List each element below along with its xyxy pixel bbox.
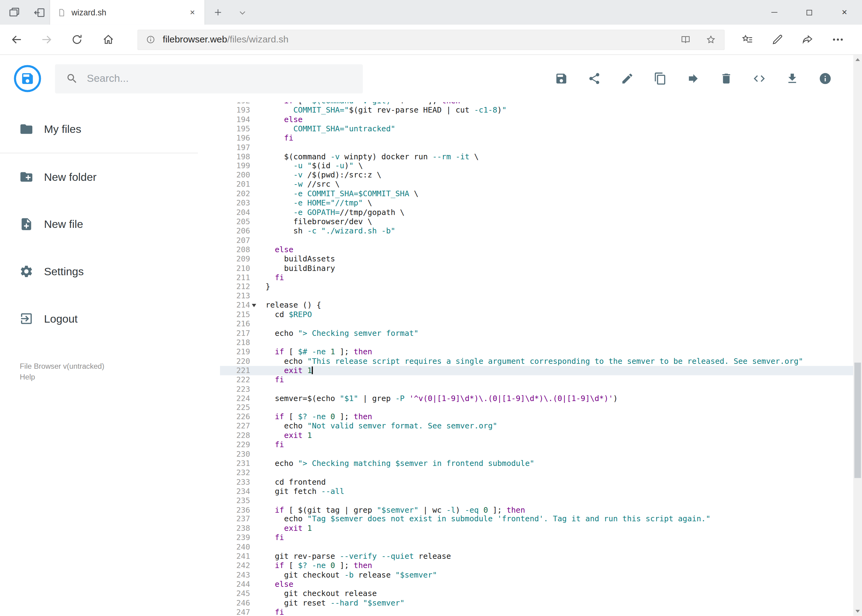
sidebar-item-logout[interactable]: Logout bbox=[0, 295, 220, 342]
code-line[interactable]: 223 bbox=[220, 384, 853, 394]
code-line[interactable]: 215 cd $REPO bbox=[220, 310, 853, 319]
share-icon[interactable] bbox=[588, 72, 601, 85]
code-line[interactable]: 198 $(command -v winpty) docker run --rm… bbox=[220, 152, 853, 161]
help-link[interactable]: Help bbox=[20, 372, 220, 383]
set-aside-tabs-icon[interactable] bbox=[33, 6, 46, 19]
code-line[interactable]: 233 cd frontend bbox=[220, 477, 853, 487]
new-tab-button[interactable] bbox=[208, 0, 227, 25]
code-line[interactable]: 246 git reset --hard "$semver" bbox=[220, 598, 853, 607]
favorite-star-icon[interactable] bbox=[705, 34, 717, 45]
tab-list-chevron-icon[interactable] bbox=[233, 0, 252, 25]
code-line[interactable]: 207 bbox=[220, 236, 853, 245]
code-line[interactable]: 217 echo "> Checking semver format" bbox=[220, 328, 853, 338]
code-line[interactable]: 232 bbox=[220, 468, 853, 477]
code-line[interactable]: 225 bbox=[220, 403, 853, 412]
web-note-pen-icon[interactable] bbox=[771, 33, 784, 46]
scrollbar-thumb[interactable] bbox=[854, 363, 861, 478]
hub-favorites-icon[interactable] bbox=[741, 33, 754, 46]
rename-icon[interactable] bbox=[621, 72, 634, 85]
code-line[interactable]: 214release () { bbox=[220, 301, 853, 310]
site-info-icon[interactable] bbox=[145, 35, 155, 45]
window-close-button[interactable]: ✕ bbox=[827, 0, 862, 25]
code-line[interactable]: 208 else bbox=[220, 245, 853, 254]
code-line[interactable]: 237 echo "Tag $semver does not exist in … bbox=[220, 514, 853, 524]
sidebar-item-settings[interactable]: Settings bbox=[0, 248, 220, 295]
code-line[interactable]: 242 if [ $? -ne 0 ]; then bbox=[220, 561, 853, 570]
code-line[interactable]: 244 else bbox=[220, 580, 853, 589]
code-line[interactable]: 213 bbox=[220, 291, 853, 300]
code-line[interactable]: 224 semver=$(echo "$1" | grep -P '^v(0|[… bbox=[220, 394, 853, 403]
share-page-icon[interactable] bbox=[801, 33, 814, 46]
delete-icon[interactable] bbox=[720, 72, 733, 85]
code-line[interactable]: 245 git checkout release bbox=[220, 589, 853, 598]
code-line[interactable]: 211 fi bbox=[220, 273, 853, 282]
code-line[interactable]: 193 COMMIT_SHA="$(git rev-parse HEAD | c… bbox=[220, 105, 853, 115]
sidebar-item-new-file[interactable]: New file bbox=[0, 201, 220, 248]
code-line[interactable]: 228 exit 1 bbox=[220, 431, 853, 440]
more-options-icon[interactable] bbox=[831, 33, 845, 46]
code-line[interactable]: 200 -v /$(pwd):/src:z \ bbox=[220, 170, 853, 179]
code-line[interactable]: 209 buildAssets bbox=[220, 255, 853, 264]
forward-button[interactable] bbox=[40, 33, 53, 46]
code-line[interactable]: 205 filebrowser/dev \ bbox=[220, 217, 853, 226]
code-line[interactable]: 192 if [ "$(command -v git)" != "" ]; th… bbox=[220, 102, 853, 105]
tab-close-icon[interactable]: ✕ bbox=[188, 7, 197, 17]
filebrowser-logo-icon[interactable] bbox=[13, 64, 42, 93]
code-line[interactable]: 234 git fetch --all bbox=[220, 487, 853, 496]
code-line[interactable]: 239 fi bbox=[220, 533, 853, 542]
code-line[interactable]: 220 echo "This release script requires a… bbox=[220, 357, 853, 366]
code-line[interactable]: 230 bbox=[220, 449, 853, 459]
code-line[interactable]: 204 -e GOPATH=//tmp/gopath \ bbox=[220, 207, 853, 217]
code-line[interactable]: 210 buildBinary bbox=[220, 264, 853, 273]
code-line[interactable]: 238 exit 1 bbox=[220, 524, 853, 533]
fold-marker-icon[interactable] bbox=[252, 304, 256, 307]
browser-tab[interactable]: wizard.sh ✕ bbox=[50, 0, 205, 25]
code-line[interactable]: 199 -u "$(id -u)" \ bbox=[220, 161, 853, 170]
window-minimize-button[interactable] bbox=[756, 0, 791, 25]
code-line[interactable]: 243 git checkout -b release "$semver" bbox=[220, 570, 853, 580]
code-line[interactable]: 227 echo "Not valid semver format. See s… bbox=[220, 422, 853, 431]
scrollbar-down-arrow-icon[interactable] bbox=[853, 607, 862, 616]
search-bar[interactable] bbox=[55, 64, 363, 93]
page-scrollbar[interactable] bbox=[853, 55, 862, 616]
reading-view-icon[interactable] bbox=[680, 34, 691, 45]
code-line[interactable]: 221 exit 1 bbox=[220, 366, 853, 375]
code-line[interactable]: 219 if [ $# -ne 1 ]; then bbox=[220, 347, 853, 357]
code-line[interactable]: 206 sh -c "./wizard.sh -b" bbox=[220, 226, 853, 236]
save-icon[interactable] bbox=[555, 72, 568, 85]
code-line[interactable]: 235 bbox=[220, 496, 853, 505]
code-line[interactable]: 231 echo "> Checking matching $semver in… bbox=[220, 459, 853, 468]
code-line[interactable]: 241 git rev-parse --verify --quiet relea… bbox=[220, 552, 853, 561]
code-line[interactable]: 226 if [ $? -ne 0 ]; then bbox=[220, 412, 853, 421]
code-editor[interactable]: 192 if [ "$(command -v git)" != "" ]; th… bbox=[220, 102, 853, 616]
code-line[interactable]: 229 fi bbox=[220, 440, 853, 449]
move-icon[interactable] bbox=[687, 72, 700, 85]
back-button[interactable] bbox=[10, 33, 23, 46]
code-line[interactable]: 197 bbox=[220, 143, 853, 152]
code-line[interactable]: 216 bbox=[220, 319, 853, 328]
info-icon[interactable] bbox=[819, 72, 832, 85]
code-line[interactable]: 218 bbox=[220, 338, 853, 347]
tab-preview-icon[interactable] bbox=[8, 6, 21, 19]
copy-icon[interactable] bbox=[654, 72, 667, 85]
code-icon[interactable] bbox=[753, 72, 766, 85]
code-line[interactable]: 212} bbox=[220, 282, 853, 291]
code-line[interactable]: 222 fi bbox=[220, 375, 853, 384]
download-icon[interactable] bbox=[786, 72, 799, 85]
sidebar-item-my-files[interactable]: My files bbox=[0, 105, 220, 153]
code-line[interactable]: 194 else bbox=[220, 115, 853, 124]
code-line[interactable]: 203 -e HOME="//tmp" \ bbox=[220, 198, 853, 207]
refresh-button[interactable] bbox=[71, 33, 84, 46]
home-button[interactable] bbox=[102, 33, 115, 46]
scrollbar-up-arrow-icon[interactable] bbox=[853, 55, 862, 64]
code-line[interactable]: 201 -w //src \ bbox=[220, 180, 853, 189]
window-maximize-button[interactable] bbox=[792, 0, 827, 25]
sidebar-item-new-folder[interactable]: New folder bbox=[0, 153, 220, 201]
code-line[interactable]: 236 if [ $(git tag | grep "$semver" | wc… bbox=[220, 505, 853, 514]
code-line[interactable]: 247 fi bbox=[220, 607, 853, 616]
search-input[interactable] bbox=[87, 72, 329, 85]
code-line[interactable]: 196 fi bbox=[220, 134, 853, 143]
code-line[interactable]: 202 -e COMMIT_SHA=$COMMIT_SHA \ bbox=[220, 189, 853, 198]
code-line[interactable]: 240 bbox=[220, 542, 853, 552]
address-bar[interactable]: filebrowser.web/files/wizard.sh bbox=[137, 30, 725, 50]
